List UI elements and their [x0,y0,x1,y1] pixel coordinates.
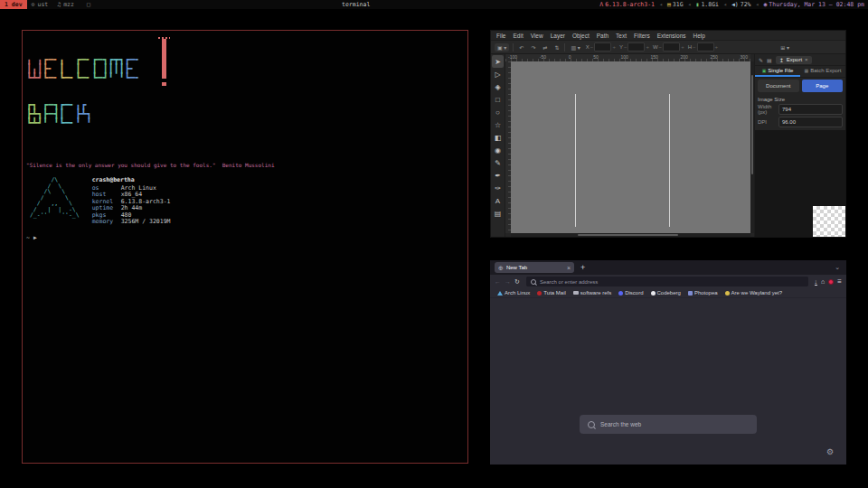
document-scope-button[interactable]: Document [758,80,799,92]
rotate-cw-button[interactable]: ↷ [529,44,537,51]
spiral-tool-icon[interactable]: ◉ [492,144,504,156]
close-icon[interactable]: × [805,57,808,62]
clock-module: ◉ Thursday, Mar 13 — 02:48 pm [763,0,864,9]
shape-builder-tool-icon[interactable]: ◈ [492,80,504,93]
flip-horizontal-button[interactable]: ⇄ [541,44,549,51]
menu-edit[interactable]: Edit [509,33,526,39]
snap-controls-dropdown[interactable]: ⊞ ▾ [780,44,789,51]
scrollbar-thumb[interactable] [578,234,678,236]
align-dropdown[interactable]: ▥ ▾ [569,44,581,51]
dpi-input[interactable]: 96.00 [778,117,843,127]
menu-layer[interactable]: Layer [547,33,569,39]
selection-mode-dropdown[interactable]: ▣ ▾ [495,43,509,52]
menu-view[interactable]: View [527,33,547,39]
separator-icon: ◂ [755,0,759,9]
bookmark-are-we-wayland-yet[interactable]: Are we Wayland yet? [725,290,782,296]
ellipse-tool-icon[interactable]: ○ [492,106,504,118]
extension-icon[interactable] [828,279,834,285]
w-increment[interactable]: + [681,44,684,50]
pen-tool-icon[interactable]: ✒ [492,169,504,182]
h-increment[interactable]: + [715,44,719,50]
horizontal-scrollbar[interactable] [511,233,750,237]
tab-close-icon[interactable]: × [567,265,571,271]
bookmark-label: software refs [580,290,611,296]
pencil-tool-icon[interactable]: ✎ [492,156,504,169]
downloads-icon[interactable]: ↓ [815,278,818,286]
bookmark-photopea[interactable]: Photopea [688,290,718,296]
reload-button[interactable]: ↻ [514,278,520,286]
node-editor-tool-icon[interactable]: ▷ [492,68,504,80]
x-input[interactable] [594,42,611,52]
web-search-input[interactable]: Search the web [580,415,757,434]
vertical-scrollbar[interactable] [750,61,754,233]
menu-extensions[interactable]: Extensions [654,33,690,39]
width-input[interactable]: 794 [778,104,843,115]
calligraphy-tool-icon[interactable]: ✑ [492,182,504,194]
terminal-window[interactable]: ╻ ╻┏━╸╻ ┏━╸┏━┓┏┳┓┏━╸┃╻┃┣╸ ┃ ┃ ┃ ┃┃┃┃┣╸ ┗… [22,30,468,464]
tab-single-file[interactable]: ▣ Single File [755,66,800,77]
h-decrement[interactable]: − [693,44,696,50]
tab-overflow-chevron-icon[interactable]: ⌄ [835,264,840,271]
volume-level: 72% [741,0,751,9]
new-tab-button[interactable]: + [580,264,585,272]
bookmark-codeberg[interactable]: Codeberg [651,290,681,296]
export-dock-tab[interactable]: ↥ Export × [776,56,812,64]
home-icon[interactable]: ⌂ [821,278,825,285]
tab-new-tab[interactable]: ⊕ New Tab × [495,262,574,273]
gradient-tool-icon[interactable]: ▤ [492,207,504,220]
x-decrement[interactable]: − [590,44,594,50]
volume-module: ◀) 72% [731,0,751,9]
shell-prompt[interactable]: ~▶ [26,234,464,241]
y-input[interactable] [627,42,645,52]
codeberg-favicon [651,291,656,296]
menu-text[interactable]: Text [612,33,630,39]
ruler-label: -100 [508,54,517,60]
menu-help[interactable]: Help [690,33,709,39]
workspace-tag-dev[interactable]: 1 dev [0,0,27,9]
user-host: crash@bertha [92,177,171,184]
ruler-label: 0 [569,54,571,60]
tab-batch-export[interactable]: ▦ Batch Export [800,66,845,77]
rotate-ccw-button[interactable]: ↶ [517,44,525,51]
x-increment[interactable]: + [612,44,616,50]
page-scope-button[interactable]: Page [802,80,844,92]
tab-title: New Tab [506,265,564,270]
workspace-tag-mzz[interactable]: ♫ mzz [52,0,79,9]
bookmark-arch-linux[interactable]: Arch Linux [497,290,530,296]
menu-filters[interactable]: Filters [630,33,654,39]
inkscape-menubar: File Edit View Layer Object Path Text Fi… [491,31,845,40]
w-input[interactable] [663,42,680,52]
menu-object[interactable]: Object [569,33,593,39]
back-button[interactable]: ← [495,278,501,285]
disk-icon: ▤ [667,0,671,9]
personalize-gear-icon[interactable]: ⚙ [826,448,834,456]
ruler-label: 100 [620,54,627,60]
swatches-dock-icon[interactable]: ▤ [767,57,772,63]
ascii-art-back: ┏┓ ┏━┓┏━╸╻┏ ┣┻┓┣━┫┃ ┣┻┓┗┻┛╹ ╹┗━╸╹ ╹ [26,100,464,127]
star-tool-icon[interactable]: ☆ [492,118,504,131]
rectangle-tool-icon[interactable]: □ [492,93,504,106]
forward-button[interactable]: → [505,278,511,285]
bookmark-folder-software-refs[interactable]: software refs [573,290,611,296]
menu-file[interactable]: File [493,33,509,39]
y-decrement[interactable]: − [624,44,627,50]
system-fetch: /\ / \ /\ \ / \ / ,, \ / | | -\ /_-'' ''… [26,177,464,226]
menu-path[interactable]: Path [593,33,612,39]
layout-symbol-icon[interactable]: □ [87,0,90,9]
bookmark-discord[interactable]: Discord [618,290,643,296]
url-bar[interactable]: Search or enter address [526,277,808,286]
flip-vertical-button[interactable]: ⇅ [552,44,561,51]
ascii-art-welcome: ╻ ╻┏━╸╻ ┏━╸┏━┓┏┳┓┏━╸┃╻┃┣╸ ┃ ┃ ┃ ┃┃┃┃┣╸ ┗… [26,55,464,82]
h-input[interactable] [697,42,714,52]
hamburger-menu-icon[interactable]: ≡ [837,277,842,286]
workspace-tag-ust[interactable]: ⊙ ust [27,0,53,9]
text-tool-icon[interactable]: A [492,194,504,207]
box-3d-tool-icon[interactable]: ◧ [492,131,504,144]
y-increment[interactable]: + [646,44,649,50]
scrollbar-thumb[interactable] [751,75,753,174]
w-decrement[interactable]: − [659,44,663,50]
bookmark-tuta-mail[interactable]: Tuta Mail [537,290,565,296]
selector-tool-icon[interactable]: ➤ [492,55,504,68]
drawing-canvas[interactable] [511,61,750,233]
edit-dock-icon[interactable]: ✎ [759,57,763,63]
